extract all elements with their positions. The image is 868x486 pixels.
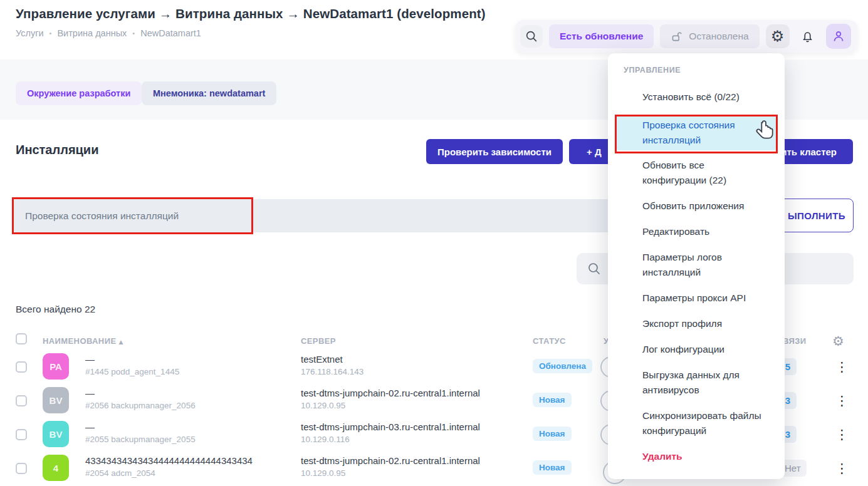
table-settings-gear-icon[interactable]: ⚙ xyxy=(832,334,844,349)
breadcrumb: Услуги • Витрина данных • NewDatamart1 xyxy=(16,28,201,38)
avatar: BV xyxy=(43,421,69,447)
breadcrumb-item-newdatamart1[interactable]: NewDatamart1 xyxy=(140,28,201,38)
installation-name[interactable]: — xyxy=(85,354,95,364)
menu-item-delete[interactable]: Удалить xyxy=(608,449,768,464)
menu-item-installation-log-params[interactable]: Параметры логов инсталляций xyxy=(608,250,768,280)
avatar: 4 xyxy=(43,455,69,481)
notifications-button[interactable] xyxy=(796,24,820,48)
installation-id: #1445 podd_agent_1445 xyxy=(85,367,179,376)
check-dependencies-button[interactable]: Проверить зависимости xyxy=(426,139,563,164)
menu-item-edit[interactable]: Редактировать xyxy=(608,224,768,239)
profile-button[interactable] xyxy=(826,24,851,49)
installation-name[interactable]: 43343434343434444444444444343434 xyxy=(85,455,253,466)
server-ip: 10.129.0.116 xyxy=(301,435,350,444)
server-host: testExtnet xyxy=(301,354,343,364)
column-header-name[interactable]: НАИМЕНОВАНИЕ▲ xyxy=(43,336,123,346)
installation-name[interactable]: — xyxy=(85,388,95,398)
service-stopped-label: Остановлена xyxy=(689,31,748,42)
search-icon xyxy=(587,261,602,276)
row-menu-button[interactable]: ⋮ xyxy=(835,391,849,410)
menu-item-sync-config-files[interactable]: Синхронизировать файлы конфигураций xyxy=(608,408,768,438)
column-header-name-label: НАИМЕНОВАНИЕ xyxy=(43,336,116,346)
row-checkbox[interactable] xyxy=(16,429,27,440)
installations-heading: Инсталляции xyxy=(16,143,98,157)
bell-icon xyxy=(800,29,815,44)
status-badge: Новая xyxy=(533,427,572,441)
avatar: PA xyxy=(43,353,69,380)
page-title: Управление услугами → Витрина данных → N… xyxy=(16,6,486,21)
server-ip: 176.118.164.143 xyxy=(301,367,363,376)
mnemonic-badge-label: Мнемоника: newdatamart xyxy=(153,88,265,98)
menu-item-install-all[interactable]: Установить всё (0/22) xyxy=(608,90,768,105)
search-button[interactable] xyxy=(520,25,543,48)
sort-asc-icon: ▲ xyxy=(118,339,123,345)
installation-id: #2055 backupmanager_2055 xyxy=(85,435,196,444)
menu-item-export-profile[interactable]: Экспорт профиля xyxy=(608,316,768,331)
environment-badge-label: Окружение разработки xyxy=(27,88,130,98)
environment-badge: Окружение разработки xyxy=(16,81,142,105)
update-available-button[interactable]: Есть обновление xyxy=(549,24,654,48)
menu-item-check-installations-state[interactable]: Проверка состояния инсталляций xyxy=(617,115,776,150)
row-menu-button[interactable]: ⋮ xyxy=(835,459,849,478)
menu-item-config-log[interactable]: Лог конфигурации xyxy=(608,342,768,357)
row-menu-button[interactable]: ⋮ xyxy=(835,425,849,444)
menu-item-proxy-api-params[interactable]: Параметры прокси API xyxy=(608,291,768,306)
row-menu-button[interactable]: ⋮ xyxy=(835,358,849,376)
total-found-label: Всего найдено 22 xyxy=(16,304,95,315)
breadcrumb-item-services[interactable]: Услуги xyxy=(16,28,44,38)
status-badge: Обновлена xyxy=(533,359,592,373)
column-header-status[interactable]: СТАТУС xyxy=(533,336,566,346)
user-icon xyxy=(831,29,846,44)
status-badge: Новая xyxy=(533,393,572,407)
breadcrumb-separator: • xyxy=(132,29,135,37)
action-select-value: Проверка состояния инсталляций xyxy=(25,210,179,222)
avatar: BV xyxy=(43,387,69,413)
service-stopped-button[interactable]: Остановлена xyxy=(660,24,759,48)
breadcrumb-separator: • xyxy=(50,29,52,37)
search-icon xyxy=(525,29,538,43)
breadcrumb-item-datamart[interactable]: Витрина данных xyxy=(57,28,127,38)
server-ip: 10.129.0.95 xyxy=(301,468,345,478)
update-available-label: Есть обновление xyxy=(560,31,643,42)
row-checkbox[interactable] xyxy=(16,463,27,474)
settings-gear-button[interactable]: ⚙ xyxy=(766,24,790,48)
menu-list: Установить всё (0/22) Проверка состояния… xyxy=(608,90,785,464)
menu-item-antivirus-data-export[interactable]: Выгрузка данных для антивирусов xyxy=(608,368,768,398)
mnemonic-badge: Мнемоника: newdatamart xyxy=(142,81,276,105)
column-header-server[interactable]: СЕРВЕР xyxy=(301,336,336,346)
server-ip: 10.129.0.95 xyxy=(301,401,345,410)
installation-id: #2056 backupmanager_2056 xyxy=(85,401,196,410)
unlock-icon xyxy=(671,30,684,43)
row-checkbox[interactable] xyxy=(16,361,27,373)
management-dropdown-menu: УПРАВЛЕНИЕ Установить всё (0/22) Проверк… xyxy=(608,53,785,479)
menu-section-header: УПРАВЛЕНИЕ xyxy=(624,66,785,75)
gear-icon: ⚙ xyxy=(771,28,785,45)
server-host: test-dtms-jumpchain-02.ru-central1.inter… xyxy=(301,455,480,466)
server-host: test-dtms-jumpchain-03.ru-central1.inter… xyxy=(301,421,480,432)
status-badge: Новая xyxy=(533,460,572,475)
menu-item-update-applications[interactable]: Обновить приложения xyxy=(608,199,768,214)
menu-item-update-all-configs[interactable]: Обновить все конфигурации (22) xyxy=(608,158,768,188)
execute-button[interactable]: ЫПОЛНИТЬ xyxy=(780,199,854,232)
installation-name[interactable]: — xyxy=(85,421,95,432)
row-checkbox[interactable] xyxy=(16,395,27,406)
column-header-links[interactable]: ВЯЗИ xyxy=(783,336,807,346)
top-toolbar: Есть обновление Остановлена ⚙ xyxy=(515,20,857,53)
select-all-checkbox[interactable] xyxy=(16,333,27,344)
server-host: test-dtms-jumpchain-02.ru-central1.inter… xyxy=(301,388,480,398)
installation-id: #2054 adcm_2054 xyxy=(85,468,155,478)
